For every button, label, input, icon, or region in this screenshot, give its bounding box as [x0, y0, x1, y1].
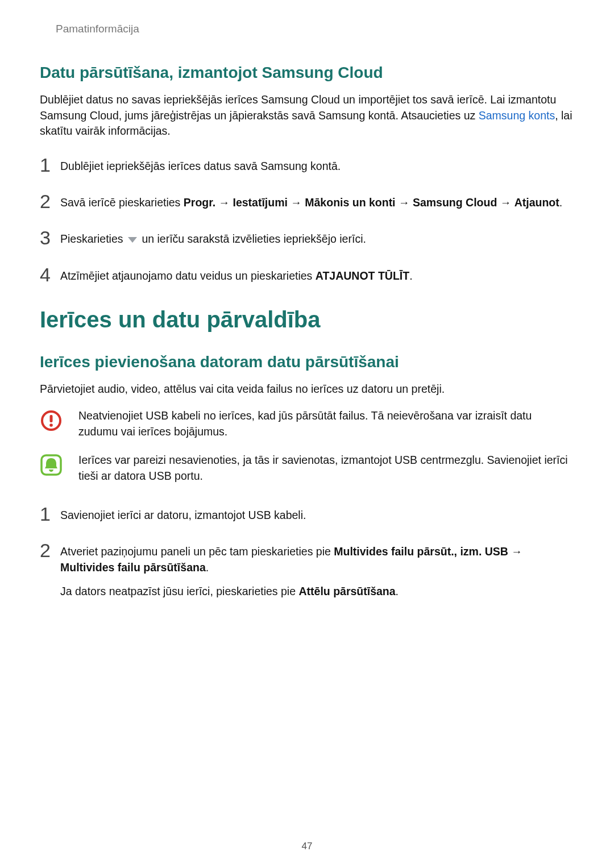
section1-step4: 4 Atzīmējiet atjaunojamo datu veidus un …	[40, 265, 574, 284]
step-number: 2	[40, 541, 60, 560]
section1-intro: Dublējiet datus no savas iepriekšējās ie…	[40, 92, 574, 139]
page-header: Pamatinformācija	[56, 23, 574, 35]
dropdown-triangle-icon	[127, 232, 138, 248]
bold-text: Multivides failu pārsūt., izm. USB	[334, 545, 508, 558]
svg-rect-2	[50, 415, 53, 422]
step-text: Pieskarieties un ierīču sarakstā izvēlie…	[60, 228, 366, 248]
step-number: 4	[40, 265, 60, 284]
bold-text: ATJAUNOT TŪLĪT	[316, 269, 409, 282]
text: →	[508, 545, 522, 558]
step-text: Savienojiet ierīci ar datoru, izmantojot…	[60, 504, 306, 524]
step-number: 1	[40, 155, 60, 175]
section1-title: Datu pārsūtīšana, izmantojot Samsung Clo…	[40, 64, 574, 82]
info-icon	[40, 454, 63, 476]
bold-text: Atjaunot	[515, 196, 559, 209]
svg-marker-0	[128, 237, 137, 243]
section2-step2: 2 Atveriet paziņojumu paneli un pēc tam …	[40, 541, 574, 599]
text: Savā ierīcē pieskarieties	[60, 196, 184, 209]
text: Atveriet paziņojumu paneli un pēc tam pi…	[60, 545, 334, 558]
section2-step1: 1 Savienojiet ierīci ar datoru, izmantoj…	[40, 504, 574, 524]
step-number: 3	[40, 228, 60, 247]
text: →	[288, 196, 305, 209]
samsung-konts-link[interactable]: Samsung konts	[479, 109, 555, 122]
section1-step1: 1 Dublējiet iepriekšējās ierīces datus s…	[40, 155, 574, 175]
text: →	[396, 196, 413, 209]
bold-text: Multivides failu pārsūtīšana	[60, 561, 206, 574]
bold-text: Mākonis un konti	[305, 196, 395, 209]
svg-point-3	[49, 424, 53, 427]
section1-step3: 3 Pieskarieties un ierīču sarakstā izvēl…	[40, 228, 574, 248]
step-number: 2	[40, 192, 60, 211]
text: →	[215, 196, 233, 209]
bold-text: Samsung Cloud	[413, 196, 497, 209]
text: .	[396, 585, 399, 597]
step-text: Atveriet paziņojumu paneli un pēc tam pi…	[60, 541, 574, 599]
warning-notice: Neatvienojiet USB kabeli no ierīces, kad…	[40, 408, 574, 439]
text: Pieskarieties	[60, 232, 126, 245]
section2-intro: Pārvietojiet audio, video, attēlus vai c…	[40, 381, 574, 397]
step-text: Atzīmējiet atjaunojamo datu veidus un pi…	[60, 265, 413, 284]
warning-text: Neatvienojiet USB kabeli no ierīces, kad…	[78, 408, 574, 439]
text: un ierīču sarakstā izvēlieties iepriekšē…	[139, 232, 366, 245]
bold-text: Iestatījumi	[233, 196, 287, 209]
text: →	[497, 196, 514, 209]
step-text: Savā ierīcē pieskarieties Progr. → Iesta…	[60, 192, 562, 211]
step-text: Dublējiet iepriekšējās ierīces datus sav…	[60, 155, 341, 175]
text: .	[409, 269, 412, 282]
step-number: 1	[40, 504, 60, 524]
text: Atzīmējiet atjaunojamo datu veidus un pi…	[60, 269, 316, 282]
info-text: Ierīces var pareizi nesavienoties, ja tā…	[78, 452, 574, 484]
text: .	[206, 561, 209, 574]
page-number: 47	[0, 841, 614, 852]
text: .	[559, 196, 562, 209]
text: Ja dators neatpazīst jūsu ierīci, pieska…	[60, 585, 298, 597]
warning-icon	[40, 409, 63, 432]
bold-text: Attēlu pārsūtīšana	[298, 585, 395, 597]
bold-text: Progr.	[184, 196, 215, 209]
section2-title: Ierīces un datu pārvaldība	[40, 307, 574, 333]
info-notice: Ierīces var pareizi nesavienoties, ja tā…	[40, 452, 574, 484]
section1-step2: 2 Savā ierīcē pieskarieties Progr. → Ies…	[40, 192, 574, 211]
section2-subtitle: Ierīces pievienošana datoram datu pārsūt…	[40, 353, 574, 371]
